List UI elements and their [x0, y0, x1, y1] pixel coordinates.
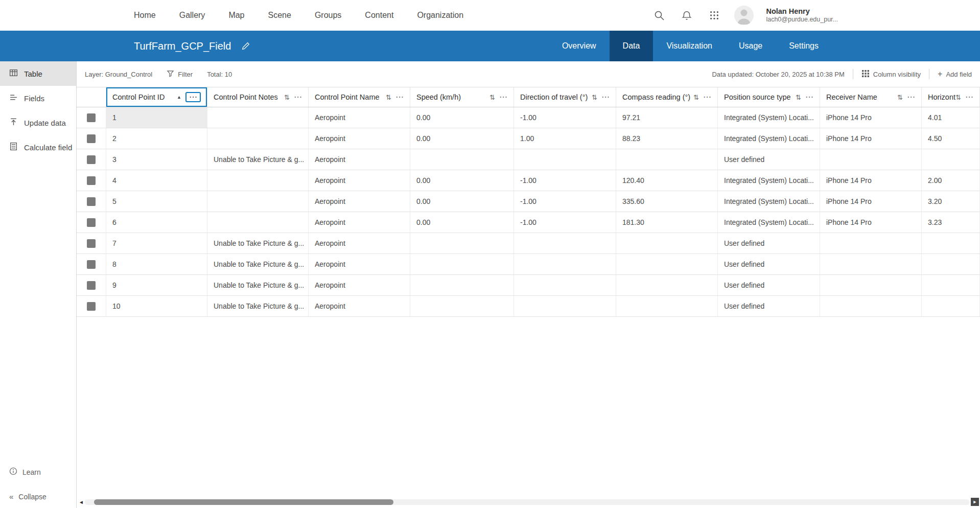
table-cell[interactable]: [410, 296, 514, 316]
collapse-button[interactable]: « Collapse: [0, 492, 76, 501]
table-cell[interactable]: [616, 233, 718, 253]
table-cell[interactable]: Aeropoint: [309, 191, 410, 212]
learn-link[interactable]: Learn: [0, 467, 76, 477]
row-checkbox[interactable]: [87, 197, 96, 206]
scrollbar-track[interactable]: [85, 499, 970, 505]
notifications-bell-icon[interactable]: [679, 8, 694, 23]
row-checkbox[interactable]: [87, 113, 96, 122]
table-cell[interactable]: Aeropoint: [309, 212, 410, 233]
sort-icon[interactable]: ⇅: [592, 94, 597, 101]
table-cell[interactable]: [514, 254, 616, 274]
sort-icon[interactable]: ⇅: [693, 94, 699, 101]
column-menu-icon[interactable]: ⋯: [294, 93, 302, 101]
table-cell[interactable]: [616, 149, 718, 170]
table-cell[interactable]: User defined: [718, 296, 820, 316]
table-cell[interactable]: Unable to Take Picture & g...: [207, 149, 309, 170]
table-cell[interactable]: Aeropoint: [309, 254, 410, 274]
scroll-right-icon[interactable]: ►: [971, 498, 979, 506]
table-cell[interactable]: Unable to Take Picture & g...: [207, 275, 309, 295]
table-cell[interactable]: Aeropoint: [309, 296, 410, 316]
table-cell[interactable]: [616, 296, 718, 316]
table-cell[interactable]: -1.00: [514, 170, 616, 191]
table-cell[interactable]: iPhone 14 Pro: [820, 107, 922, 128]
sidebar-item-table[interactable]: Table: [0, 61, 76, 86]
table-cell[interactable]: 4.01: [922, 107, 980, 128]
user-avatar[interactable]: [734, 6, 754, 25]
table-cell[interactable]: Integrated (System) Locati...: [718, 128, 820, 149]
column-menu-icon[interactable]: ⋯: [907, 93, 915, 101]
table-cell[interactable]: 4.50: [922, 128, 980, 149]
nav-item-organization[interactable]: Organization: [417, 11, 463, 20]
table-cell[interactable]: Aeropoint: [309, 170, 410, 191]
sort-icon[interactable]: ⇅: [955, 94, 961, 101]
table-cell[interactable]: 3.23: [922, 212, 980, 233]
table-cell[interactable]: 120.40: [616, 170, 718, 191]
table-cell[interactable]: 0.00: [410, 170, 514, 191]
sort-ascending-icon[interactable]: ▲: [177, 95, 181, 100]
table-cell[interactable]: 3: [106, 149, 207, 170]
table-cell[interactable]: iPhone 14 Pro: [820, 170, 922, 191]
table-cell[interactable]: 3.20: [922, 191, 980, 212]
table-cell[interactable]: [207, 170, 309, 191]
table-cell[interactable]: Integrated (System) Locati...: [718, 170, 820, 191]
sort-icon[interactable]: ⇅: [386, 94, 391, 101]
row-checkbox[interactable]: [87, 218, 96, 227]
nav-item-groups[interactable]: Groups: [315, 11, 341, 20]
column-menu-icon[interactable]: ⋯: [965, 93, 973, 101]
row-checkbox[interactable]: [87, 260, 96, 269]
table-cell[interactable]: User defined: [718, 233, 820, 253]
tab-visualization[interactable]: Visualization: [653, 31, 726, 61]
table-cell[interactable]: iPhone 14 Pro: [820, 212, 922, 233]
table-cell[interactable]: [207, 107, 309, 128]
row-checkbox[interactable]: [87, 134, 96, 143]
user-menu[interactable]: Nolan Henry lach0@purdue.edu_pur...: [766, 7, 838, 24]
filter-button[interactable]: Filter: [167, 70, 193, 79]
column-menu-icon[interactable]: ⋯: [499, 93, 507, 101]
column-header-compass-reading[interactable]: Compass reading (°)⇅⋯: [616, 87, 718, 107]
nav-item-scene[interactable]: Scene: [268, 11, 291, 20]
table-cell[interactable]: iPhone 14 Pro: [820, 191, 922, 212]
table-cell[interactable]: [514, 233, 616, 253]
column-header-control-point-notes[interactable]: Control Point Notes⇅⋯: [207, 87, 309, 107]
table-cell[interactable]: [922, 296, 980, 316]
horizontal-scrollbar[interactable]: ◄ ►: [77, 498, 980, 505]
sort-icon[interactable]: ⇅: [796, 94, 801, 101]
table-cell[interactable]: 0.00: [410, 191, 514, 212]
table-cell[interactable]: [207, 212, 309, 233]
table-cell[interactable]: [820, 149, 922, 170]
table-cell[interactable]: Aeropoint: [309, 107, 410, 128]
table-cell[interactable]: [922, 149, 980, 170]
row-checkbox[interactable]: [87, 281, 96, 290]
layer-selector[interactable]: Layer: Ground_Control: [85, 71, 152, 78]
table-cell[interactable]: 2.00: [922, 170, 980, 191]
row-checkbox[interactable]: [87, 302, 96, 311]
sidebar-item-update-data[interactable]: Update data: [0, 110, 76, 135]
table-cell[interactable]: User defined: [718, 254, 820, 274]
table-cell[interactable]: [514, 296, 616, 316]
table-cell[interactable]: [410, 275, 514, 295]
table-cell[interactable]: 8: [106, 254, 207, 274]
table-cell[interactable]: Unable to Take Picture & g...: [207, 254, 309, 274]
table-cell[interactable]: 1: [106, 107, 207, 128]
tab-overview[interactable]: Overview: [549, 31, 610, 61]
table-cell[interactable]: [410, 149, 514, 170]
table-cell[interactable]: [616, 254, 718, 274]
column-header-direction-of-travel[interactable]: Direction of travel (°)⇅⋯: [514, 87, 616, 107]
table-cell[interactable]: Aeropoint: [309, 233, 410, 253]
table-cell[interactable]: 181.30: [616, 212, 718, 233]
table-cell[interactable]: 1.00: [514, 128, 616, 149]
table-cell[interactable]: 10: [106, 296, 207, 316]
table-cell[interactable]: User defined: [718, 275, 820, 295]
table-cell[interactable]: [922, 275, 980, 295]
table-cell[interactable]: Integrated (System) Locati...: [718, 107, 820, 128]
edit-title-pencil-icon[interactable]: [241, 41, 250, 51]
table-cell[interactable]: [410, 254, 514, 274]
table-cell[interactable]: -1.00: [514, 107, 616, 128]
table-cell[interactable]: 97.21: [616, 107, 718, 128]
column-menu-icon[interactable]: ⋯: [395, 93, 404, 101]
tab-usage[interactable]: Usage: [726, 31, 776, 61]
nav-item-home[interactable]: Home: [134, 11, 156, 20]
table-cell[interactable]: [820, 233, 922, 253]
sort-icon[interactable]: ⇅: [489, 94, 495, 101]
table-cell[interactable]: Integrated (System) Locati...: [718, 212, 820, 233]
